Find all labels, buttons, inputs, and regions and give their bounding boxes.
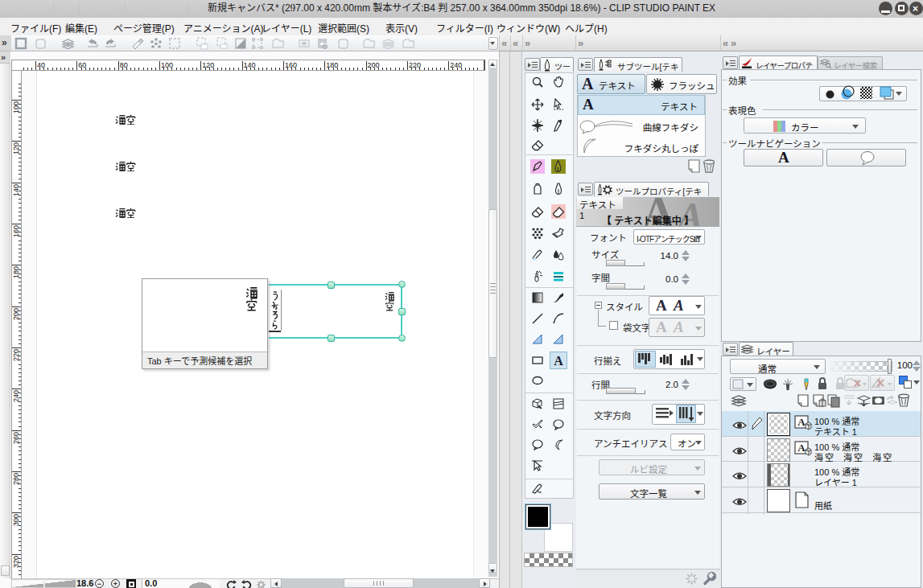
- svg-text:A: A: [797, 442, 806, 454]
- svg-text:A: A: [554, 354, 563, 367]
- svg-text:A: A: [797, 416, 806, 428]
